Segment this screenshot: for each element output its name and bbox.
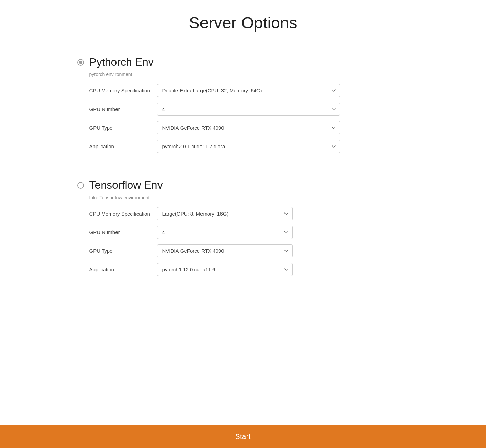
pytorch-gpu-number-select[interactable]: 1 2 4 8 [157,103,340,116]
tensorflow-env-title: Tensorflow Env [89,179,163,192]
pytorch-env-section: Pythorch Env pytorch environment CPU Mem… [77,46,409,169]
tensorflow-gpu-number-row: GPU Number 1 2 4 8 [89,226,409,239]
pytorch-env-radio[interactable] [77,59,84,66]
tensorflow-gpu-type-select[interactable]: NVIDIA GeForce RTX 4090 NVIDIA GeForce R… [157,244,293,257]
pytorch-cpu-memory-label: CPU Memory Specification [89,87,150,94]
pytorch-gpu-number-row: GPU Number 1 2 4 8 [89,103,409,116]
pytorch-gpu-type-select[interactable]: NVIDIA GeForce RTX 4090 NVIDIA GeForce R… [157,121,340,134]
tensorflow-env-header: Tensorflow Env [77,179,409,192]
tensorflow-env-radio[interactable] [77,182,84,189]
tensorflow-application-label: Application [89,266,150,273]
tensorflow-application-row: Application pytorch1.12.0 cuda11.6 pytor… [89,263,409,276]
pytorch-application-row: Application pytorch2.0.1 cuda11.7 qlora … [89,140,409,153]
pytorch-gpu-type-row: GPU Type NVIDIA GeForce RTX 4090 NVIDIA … [89,121,409,134]
tensorflow-gpu-type-label: GPU Type [89,247,150,254]
page-title: Server Options [77,10,409,32]
tensorflow-gpu-type-row: GPU Type NVIDIA GeForce RTX 4090 NVIDIA … [89,244,409,257]
pytorch-form-fields: CPU Memory Specification Double Extra La… [89,84,409,153]
tensorflow-form-fields: CPU Memory Specification Large(CPU: 8, M… [89,207,409,276]
start-bar: Start [0,425,486,448]
start-button[interactable]: Start [0,425,486,448]
pytorch-env-header: Pythorch Env [77,56,409,68]
pytorch-gpu-type-label: GPU Type [89,124,150,131]
pytorch-env-title: Pythorch Env [89,56,154,68]
tensorflow-cpu-memory-row: CPU Memory Specification Large(CPU: 8, M… [89,207,409,220]
tensorflow-gpu-number-label: GPU Number [89,229,150,236]
tensorflow-gpu-number-select[interactable]: 1 2 4 8 [157,226,293,239]
pytorch-env-description: pytorch environment [89,72,409,77]
tensorflow-env-section: Tensorflow Env fake Tensorflow environme… [77,169,409,292]
tensorflow-cpu-memory-label: CPU Memory Specification [89,210,150,217]
pytorch-cpu-memory-row: CPU Memory Specification Double Extra La… [89,84,409,97]
pytorch-application-select[interactable]: pytorch2.0.1 cuda11.7 qlora pytorch1.12.… [157,140,340,153]
pytorch-gpu-number-label: GPU Number [89,106,150,113]
pytorch-application-label: Application [89,143,150,150]
tensorflow-env-description: fake Tensorflow environment [89,195,409,200]
tensorflow-application-select[interactable]: pytorch1.12.0 cuda11.6 pytorch2.0.1 cuda… [157,263,293,276]
pytorch-cpu-memory-select[interactable]: Double Extra Large(CPU: 32, Memory: 64G)… [157,84,340,97]
tensorflow-cpu-memory-select[interactable]: Large(CPU: 8, Memory: 16G) Double Extra … [157,207,293,220]
